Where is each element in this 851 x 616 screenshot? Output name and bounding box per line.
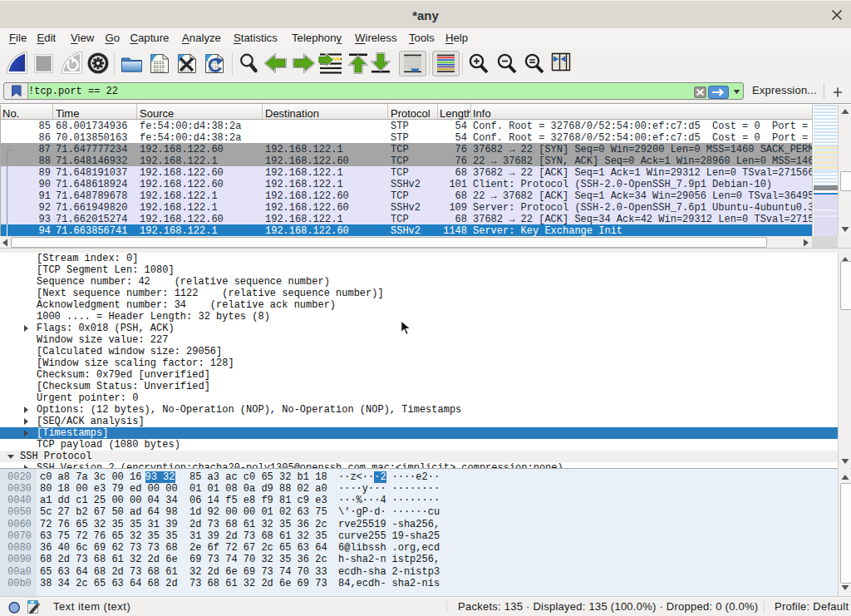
svg-text:0011: 0011 xyxy=(154,68,165,74)
